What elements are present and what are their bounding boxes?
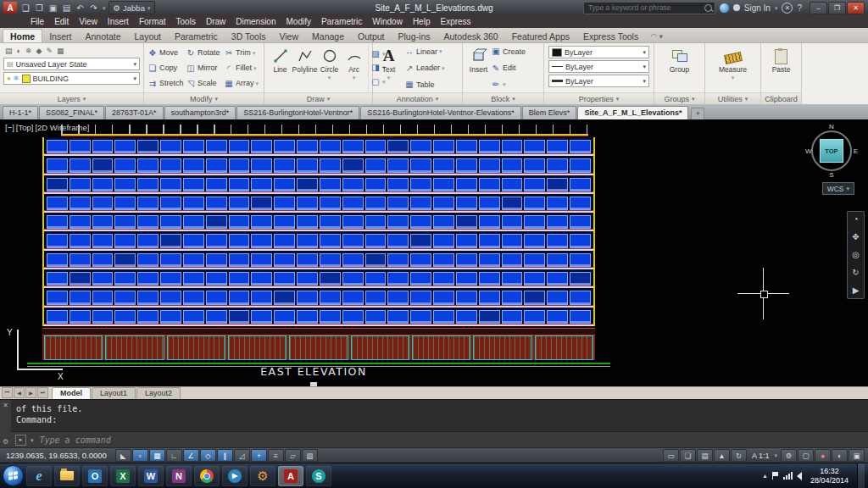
tab-autodesk-360[interactable]: Autodesk 360 bbox=[437, 30, 504, 42]
tool-move[interactable]: ✥Move bbox=[147, 45, 184, 60]
tool-trim[interactable]: ✂Trim▾ bbox=[224, 45, 260, 60]
close-icon[interactable]: ✕ bbox=[3, 402, 8, 409]
menu-tools[interactable]: Tools bbox=[171, 17, 201, 26]
menu-view[interactable]: View bbox=[74, 17, 103, 26]
tool-fillet[interactable]: ◜Fillet▾ bbox=[224, 60, 260, 75]
panel-label-utilities[interactable]: Utilities▾ bbox=[705, 92, 760, 104]
menu-window[interactable]: Window bbox=[367, 17, 408, 26]
panel-label-layers[interactable]: Layers▾ bbox=[0, 92, 143, 104]
tool-measure[interactable]: Measure ▾ bbox=[721, 45, 745, 91]
tab-layout[interactable]: Layout bbox=[128, 30, 169, 42]
volume-icon[interactable] bbox=[797, 472, 802, 480]
qat-plot-icon[interactable]: ▤ bbox=[60, 2, 73, 14]
status-toggle-infer[interactable]: ◣ bbox=[115, 449, 131, 462]
restore-button[interactable]: ❐ bbox=[828, 2, 846, 14]
file-tab-site-a-f-m-l-elevations-[interactable]: Site_A_F_M_L_Elevations* bbox=[577, 106, 688, 119]
menu-draw[interactable]: Draw bbox=[201, 17, 231, 26]
viewcube-south[interactable]: S bbox=[829, 171, 833, 179]
minimize-button[interactable]: – bbox=[810, 2, 827, 14]
layer-freeze-icon[interactable]: ❄ bbox=[25, 47, 32, 55]
status-clean-screen-icon[interactable]: ▣ bbox=[849, 449, 865, 462]
tab-parametric[interactable]: Parametric bbox=[168, 30, 225, 42]
panel-label-groups[interactable]: Groups▾ bbox=[654, 92, 704, 104]
layer-state-dropdown[interactable]: ▤ Unsaved Layer State ▾ bbox=[3, 58, 140, 70]
status-hardware-acceleration-icon[interactable]: ● bbox=[815, 449, 831, 462]
tab-plug-ins[interactable]: Plug-ins bbox=[392, 30, 437, 42]
qat-redo-icon[interactable]: ↷ bbox=[87, 2, 100, 14]
layout-tab-model[interactable]: Model bbox=[52, 387, 91, 399]
file-tab-h-1-1-[interactable]: H-1-1* bbox=[3, 106, 38, 119]
layer-unisolate-icon[interactable]: ▦ bbox=[57, 47, 64, 55]
annotation-scale[interactable]: A 1:1 bbox=[748, 452, 774, 460]
status-model-space-icon[interactable]: ▭ bbox=[663, 449, 679, 462]
menu-modify[interactable]: Modify bbox=[281, 17, 316, 26]
qat-undo-icon[interactable]: ↶ bbox=[74, 2, 86, 14]
status-annotation-autoscale-icon[interactable]: ↻ bbox=[731, 449, 747, 462]
next-layout-icon[interactable]: ▶ bbox=[25, 387, 36, 398]
tool-arc[interactable]: Arc▾ bbox=[342, 45, 366, 91]
file-tab-28763t-01a-[interactable]: 28763T-01A* bbox=[105, 106, 164, 119]
qat-open-icon[interactable]: ❒ bbox=[33, 2, 46, 14]
panel-label-annotation[interactable]: Annotation▾ bbox=[373, 92, 462, 104]
layer-properties-icon[interactable]: ▤ bbox=[5, 47, 13, 55]
menu-help[interactable]: Help bbox=[408, 17, 436, 26]
wcs-dropdown[interactable]: WCS▾ bbox=[822, 182, 854, 195]
panel-label-draw[interactable]: Draw▾ bbox=[264, 92, 372, 104]
file-tab-ss082-final-[interactable]: SS082_FINAL* bbox=[39, 106, 104, 119]
last-layout-icon[interactable]: ⏭ bbox=[37, 387, 48, 398]
taskbar-word-icon[interactable]: W bbox=[138, 466, 164, 486]
menu-format[interactable]: Format bbox=[134, 17, 171, 26]
tool-line[interactable]: Line bbox=[268, 45, 292, 91]
tab-home[interactable]: Home bbox=[3, 29, 42, 42]
tool-scale[interactable]: ◹Scale bbox=[186, 75, 222, 91]
tab-featured-apps[interactable]: Featured Apps bbox=[505, 30, 576, 42]
tool-insert[interactable]: Insert bbox=[466, 45, 491, 91]
action-center-icon[interactable] bbox=[772, 472, 779, 480]
status-toggle-otrack[interactable]: ∥ bbox=[217, 449, 233, 462]
clock[interactable]: 16:32 28/04/2014 bbox=[806, 467, 853, 485]
command-input-row[interactable]: ▸ ▾ bbox=[11, 431, 868, 447]
tool-edit-attributes[interactable]: ✏▾ bbox=[491, 80, 540, 89]
property-dropdown-0[interactable]: ByLayer▾ bbox=[548, 46, 649, 58]
panel-label-modify[interactable]: Modify▾ bbox=[144, 92, 264, 104]
taskbar-chrome-icon[interactable] bbox=[194, 466, 220, 486]
command-options-icon[interactable]: ▸ bbox=[15, 435, 26, 446]
tool-edit[interactable]: ✎Edit bbox=[491, 64, 540, 73]
tool-stretch[interactable]: ⇉Stretch bbox=[147, 75, 184, 91]
start-button[interactable] bbox=[3, 465, 24, 486]
autodesk360-icon[interactable] bbox=[720, 3, 729, 13]
tool-leader[interactable]: ↗Leader▾ bbox=[404, 64, 459, 73]
menu-insert[interactable]: Insert bbox=[103, 17, 134, 26]
tool-group[interactable]: Group bbox=[667, 45, 692, 91]
tool-create[interactable]: ▣Create bbox=[491, 47, 540, 56]
tool-array[interactable]: ▦Array▾ bbox=[224, 75, 260, 91]
layer-isolate-icon[interactable]: ✎ bbox=[46, 47, 53, 55]
tab-insert[interactable]: Insert bbox=[42, 30, 78, 42]
full-navigation-wheel-icon[interactable]: ◔ bbox=[853, 215, 858, 224]
status-toggle-ducs[interactable]: ◿ bbox=[234, 449, 250, 462]
layer-off-icon[interactable]: ◐ bbox=[17, 47, 21, 55]
layout-tab-layout1[interactable]: Layout1 bbox=[92, 387, 136, 399]
qat-save-icon[interactable]: ▣ bbox=[47, 2, 59, 14]
ribbon-options[interactable]: ◠ ▾ bbox=[650, 32, 663, 42]
status-toggle-dyn[interactable]: + bbox=[251, 449, 267, 462]
file-tab-ss216-burlingtonhotel-ventnor-elevations-[interactable]: SS216-BurlingtonHotel-Ventnor-Elevations… bbox=[360, 106, 521, 119]
app-menu-button[interactable]: A bbox=[3, 2, 17, 14]
prev-layout-icon[interactable]: ◀ bbox=[14, 387, 25, 398]
menu-edit[interactable]: Edit bbox=[49, 17, 74, 26]
file-tab-ss216-burlingtonhotel-ventnor-[interactable]: SS216-BurlingtonHotel-Ventnor* bbox=[236, 106, 359, 119]
taskbar-file-explorer-icon[interactable] bbox=[54, 466, 80, 486]
help-icon[interactable]: ? bbox=[797, 3, 802, 13]
drawing-area[interactable]: [−][Top][2D Wireframe] EAST ELEVATION N … bbox=[0, 119, 868, 386]
taskbar-media-player-icon[interactable]: ▶ bbox=[222, 466, 248, 486]
search-icon[interactable] bbox=[704, 4, 712, 12]
tool-mirror[interactable]: ◫Mirror bbox=[186, 60, 222, 75]
menu-express[interactable]: Express bbox=[435, 17, 476, 26]
command-input[interactable] bbox=[38, 435, 864, 446]
sign-in-link[interactable]: Sign In bbox=[744, 3, 771, 13]
tab-3d-tools[interactable]: 3D Tools bbox=[225, 30, 273, 42]
showmotion-icon[interactable]: ▶ bbox=[853, 286, 860, 295]
tab-manage[interactable]: Manage bbox=[305, 30, 351, 42]
taskbar-internet-explorer-icon[interactable]: e bbox=[26, 466, 52, 486]
property-dropdown-2[interactable]: ByLayer▾ bbox=[548, 75, 649, 87]
